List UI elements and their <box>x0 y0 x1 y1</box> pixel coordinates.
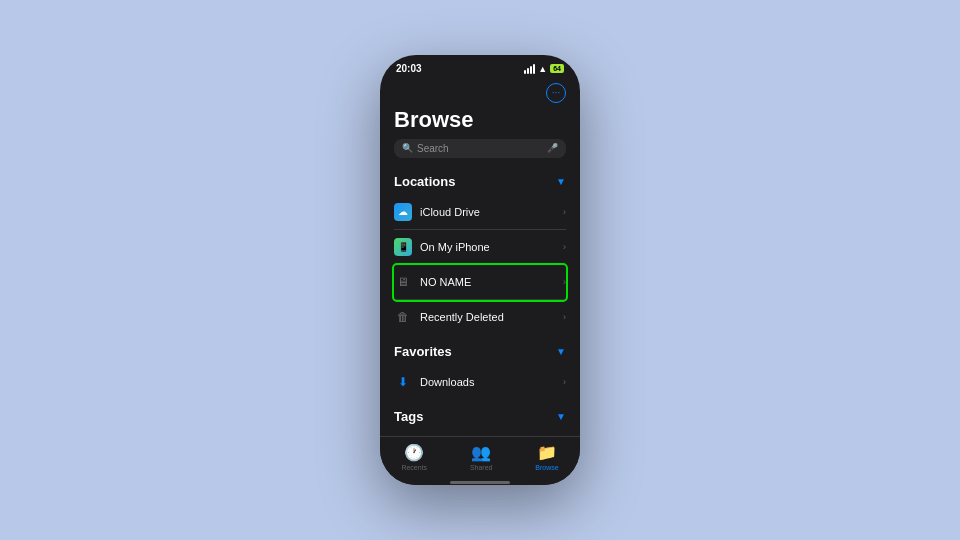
more-options-button[interactable]: ··· <box>546 83 566 103</box>
locations-title: Locations <box>394 174 455 189</box>
downloads-chevron-icon: › <box>563 377 566 387</box>
tags-title: Tags <box>394 409 423 424</box>
search-bar[interactable]: 🔍 Search 🎤 <box>394 139 566 158</box>
phone-frame: 20:03 ▲ 64 ··· Browse 🔍 Search 🎤 <box>380 55 580 485</box>
tab-browse[interactable]: 📁 Browse <box>535 443 558 471</box>
locations-section-header: Locations ▼ <box>394 164 566 195</box>
locations-chevron-icon[interactable]: ▼ <box>556 176 566 187</box>
favorites-section-header: Favorites ▼ <box>394 334 566 365</box>
recently-deleted-chevron-icon: › <box>563 312 566 322</box>
no-name-label: NO NAME <box>420 276 563 288</box>
wifi-icon: ▲ <box>538 64 547 74</box>
list-item-downloads[interactable]: ⬇ Downloads › <box>394 365 566 399</box>
no-name-icon: 🖥 <box>394 273 412 291</box>
shared-label: Shared <box>470 464 493 471</box>
tab-recents[interactable]: 🕐 Recents <box>401 443 427 471</box>
page-title: Browse <box>394 107 566 133</box>
status-time: 20:03 <box>396 63 422 74</box>
icloud-drive-icon: ☁ <box>394 203 412 221</box>
list-item-recently-deleted[interactable]: 🗑 Recently Deleted › <box>394 300 566 334</box>
list-item-on-my-iphone[interactable]: 📱 On My iPhone › <box>394 230 566 265</box>
list-item-no-name[interactable]: 🖥 NO NAME › <box>394 265 566 300</box>
favorites-list: ⬇ Downloads › <box>394 365 566 399</box>
favorites-chevron-icon[interactable]: ▼ <box>556 346 566 357</box>
sections-container: Locations ▼ ☁ iCloud Drive › 📱 On My iPh… <box>380 164 580 437</box>
tab-bar: 🕐 Recents 👥 Shared 📁 Browse <box>380 436 580 481</box>
list-item-media[interactable]: Media › <box>394 430 566 437</box>
search-icon: 🔍 <box>402 143 413 153</box>
recently-deleted-icon: 🗑 <box>394 308 412 326</box>
home-bar <box>450 481 510 484</box>
icloud-drive-chevron-icon: › <box>563 207 566 217</box>
recents-label: Recents <box>401 464 427 471</box>
locations-list: ☁ iCloud Drive › 📱 On My iPhone › 🖥 NO N… <box>394 195 566 334</box>
icloud-drive-label: iCloud Drive <box>420 206 563 218</box>
content-area: ··· Browse 🔍 Search 🎤 Locations ▼ ☁ iClo… <box>380 78 580 436</box>
signal-icon <box>524 64 535 74</box>
top-right-area: ··· <box>394 82 566 103</box>
on-my-iphone-chevron-icon: › <box>563 242 566 252</box>
on-my-iphone-icon: 📱 <box>394 238 412 256</box>
recently-deleted-label: Recently Deleted <box>420 311 563 323</box>
search-input[interactable]: Search <box>417 143 543 154</box>
recents-icon: 🕐 <box>404 443 424 462</box>
downloads-label: Downloads <box>420 376 563 388</box>
tab-shared[interactable]: 👥 Shared <box>470 443 493 471</box>
shared-icon: 👥 <box>471 443 491 462</box>
no-name-chevron-icon: › <box>563 277 566 287</box>
list-item-icloud-drive[interactable]: ☁ iCloud Drive › <box>394 195 566 230</box>
browse-label: Browse <box>535 464 558 471</box>
status-bar: 20:03 ▲ 64 <box>380 55 580 78</box>
on-my-iphone-label: On My iPhone <box>420 241 563 253</box>
tags-list: Media › Red › Orange › <box>394 430 566 437</box>
status-right: ▲ 64 <box>524 64 564 74</box>
home-indicator <box>380 481 580 485</box>
mic-icon[interactable]: 🎤 <box>547 143 558 153</box>
downloads-icon: ⬇ <box>394 373 412 391</box>
tags-chevron-icon[interactable]: ▼ <box>556 411 566 422</box>
header-area: ··· Browse 🔍 Search 🎤 <box>380 78 580 164</box>
favorites-title: Favorites <box>394 344 452 359</box>
battery-indicator: 64 <box>550 64 564 73</box>
browse-icon: 📁 <box>537 443 557 462</box>
tags-section-header: Tags ▼ <box>394 399 566 430</box>
